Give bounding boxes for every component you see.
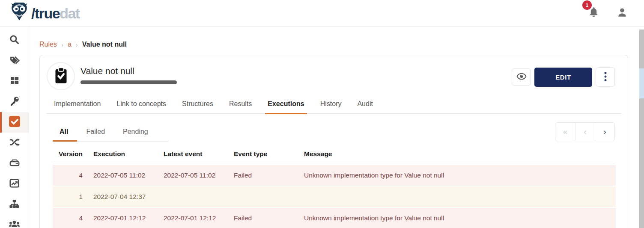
cell-event-type: Failed [223, 208, 293, 228]
rule-tabs: Implementation Link to concepts Structur… [46, 100, 621, 114]
quality-progress-bar [80, 80, 177, 84]
breadcrumb-domain-link[interactable]: a [68, 41, 72, 48]
sidebar-item-users[interactable] [0, 215, 29, 228]
grid-icon [9, 75, 20, 87]
execution-row: 1 2022-07-04 12:37 [53, 187, 616, 207]
cell-execution: 2022-07-05 11:02 [83, 165, 153, 186]
sidebar-item-dashboards[interactable] [0, 174, 29, 194]
breadcrumb-rules-link[interactable]: Rules [39, 41, 57, 48]
cell-latest-event [153, 187, 223, 207]
scrollbar-track[interactable] [639, 30, 644, 228]
tab-executions[interactable]: Executions [268, 100, 304, 113]
breadcrumb-current: Value not null [82, 41, 127, 48]
users-icon [9, 219, 20, 228]
column-header-execution: Execution [83, 148, 153, 164]
tab-structures[interactable]: Structures [182, 100, 213, 113]
tab-history[interactable]: History [320, 100, 342, 113]
clipboard-check-icon [54, 67, 69, 86]
filter-all[interactable]: All [53, 128, 77, 141]
key-icon [9, 96, 20, 108]
executions-toolbar: All Failed Pending « ‹ › [53, 122, 615, 142]
rule-header: Value not null EDIT [40, 55, 628, 90]
pagination-first-button[interactable]: « [555, 123, 575, 141]
tags-icon [9, 55, 20, 67]
cell-latest-event: 2022-07-05 11:02 [153, 165, 223, 186]
cell-execution: 2022-07-01 12:12 [83, 208, 153, 228]
sidebar-item-search[interactable] [0, 30, 29, 50]
tab-link-to-concepts[interactable]: Link to concepts [116, 100, 166, 113]
column-header-message: Message [293, 148, 616, 164]
sidebar [0, 27, 29, 228]
kebab-menu-icon [604, 71, 607, 83]
breadcrumb: Rules › a › Value not null [39, 41, 127, 48]
cell-message: Unknown implementation type for Value no… [293, 165, 616, 186]
cell-version: 4 [53, 165, 83, 186]
shuffle-icon [9, 137, 20, 149]
filter-failed[interactable]: Failed [77, 128, 114, 141]
sidebar-item-catalog[interactable] [0, 71, 29, 92]
brand-primary: /true [31, 5, 60, 21]
sidebar-item-quality[interactable] [0, 112, 29, 133]
cell-execution: 2022-07-04 12:37 [83, 187, 153, 207]
sidebar-item-access[interactable] [0, 92, 29, 112]
execution-filters: All Failed Pending [53, 128, 168, 142]
rule-title: Value not null [80, 66, 177, 76]
edit-button[interactable]: EDIT [534, 68, 592, 87]
sidebar-item-lineage[interactable] [0, 133, 29, 153]
chart-line-icon [9, 178, 20, 190]
tab-results[interactable]: Results [229, 100, 252, 113]
table-body: 4 2022-07-05 11:02 2022-07-05 11:02 Fail… [53, 165, 616, 228]
rule-avatar [47, 62, 75, 90]
breadcrumb-separator: › [76, 41, 78, 48]
owl-logo-icon [10, 3, 28, 24]
table-header-row: Version Execution Latest event Event typ… [53, 148, 616, 164]
view-button[interactable] [512, 68, 531, 86]
drive-icon [9, 157, 20, 170]
column-header-event-type: Event type [223, 148, 293, 164]
execution-row: 4 2022-07-05 11:02 2022-07-05 11:02 Fail… [53, 165, 616, 186]
column-header-latest-event: Latest event [153, 148, 223, 164]
cell-event-type: Failed [223, 165, 293, 186]
pagination: « ‹ › [555, 122, 615, 141]
more-options-button[interactable] [596, 67, 615, 87]
brand-text: /truedat [31, 6, 80, 21]
rule-card: Value not null EDIT [39, 55, 628, 228]
cell-message: Unknown implementation type for Value no… [293, 208, 616, 228]
main-content: Rules › a › Value not null Value not nul… [29, 27, 644, 228]
cell-version: 4 [53, 208, 83, 228]
cell-latest-event: 2022-07-01 12:12 [153, 208, 223, 228]
top-header: /truedat 1 [0, 0, 644, 27]
executions-table: Version Execution Latest event Event typ… [53, 147, 616, 228]
execution-row: 4 2022-07-01 12:12 2022-07-01 12:12 Fail… [53, 208, 616, 228]
sidebar-item-taxonomy[interactable] [0, 194, 29, 215]
pagination-next-button[interactable]: › [595, 123, 614, 141]
truedat-logo[interactable]: /truedat [10, 3, 80, 24]
notifications-button[interactable]: 1 [588, 6, 599, 20]
check-square-icon [9, 116, 20, 129]
pagination-prev-button[interactable]: ‹ [575, 123, 595, 141]
tab-implementation[interactable]: Implementation [54, 100, 101, 113]
cell-event-type [223, 187, 293, 207]
sidebar-item-sources[interactable] [0, 153, 29, 174]
filter-pending[interactable]: Pending [114, 128, 157, 141]
user-menu-button[interactable] [617, 7, 628, 20]
sitemap-icon [9, 198, 20, 211]
eye-icon [516, 73, 527, 81]
cell-version: 1 [53, 187, 83, 207]
tab-audit[interactable]: Audit [357, 100, 373, 113]
search-icon [9, 34, 20, 47]
breadcrumb-separator: › [61, 41, 63, 48]
bell-icon [588, 12, 599, 19]
user-icon [617, 12, 628, 19]
brand-secondary: dat [60, 5, 80, 21]
notification-badge: 1 [582, 0, 592, 10]
column-header-version: Version [53, 148, 83, 164]
sidebar-item-tags[interactable] [0, 50, 29, 71]
scrollbar-thumb[interactable] [639, 68, 644, 98]
cell-message [293, 187, 616, 207]
